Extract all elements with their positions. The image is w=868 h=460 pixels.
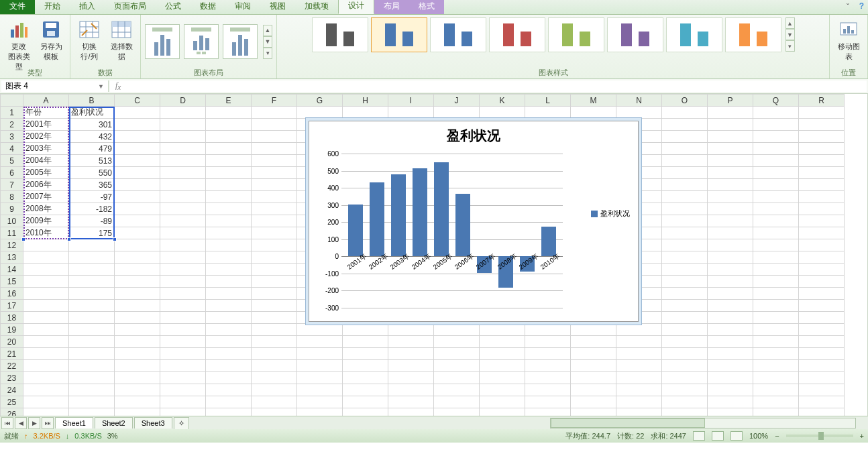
bar-2004年[interactable]	[413, 168, 427, 256]
cell-J23[interactable]	[434, 372, 480, 384]
cell-F15[interactable]	[252, 276, 297, 288]
cell-R13[interactable]	[799, 251, 845, 264]
cell-B20[interactable]	[69, 336, 115, 348]
cell-R14[interactable]	[799, 264, 845, 276]
cell-H24[interactable]	[343, 384, 388, 396]
cell-B17[interactable]	[69, 300, 115, 312]
cell-B15[interactable]	[69, 276, 115, 288]
row-header-10[interactable]: 10	[1, 215, 23, 227]
layout-thumb-3[interactable]	[223, 24, 258, 59]
cell-R16[interactable]	[799, 288, 845, 300]
tab-格式[interactable]: 格式	[409, 0, 444, 14]
row-header-1[interactable]: 1	[1, 107, 23, 119]
cell-A10[interactable]: 2009年	[23, 215, 69, 227]
row-header-17[interactable]: 17	[1, 300, 23, 312]
cell-P1[interactable]	[708, 107, 753, 119]
cell-O8[interactable]	[662, 191, 708, 203]
cell-E12[interactable]	[206, 239, 252, 251]
cell-B18[interactable]	[69, 312, 115, 324]
row-header-11[interactable]: 11	[1, 227, 23, 239]
cell-K20[interactable]	[480, 336, 525, 348]
minimize-ribbon-icon[interactable]: ˇ	[847, 3, 849, 12]
cell-B26[interactable]	[69, 408, 115, 416]
cell-Q13[interactable]	[753, 251, 799, 264]
cell-K21[interactable]	[480, 348, 525, 360]
cell-A15[interactable]	[23, 276, 69, 288]
cell-F22[interactable]	[252, 360, 297, 372]
row-header-19[interactable]: 19	[1, 324, 23, 336]
row-header-13[interactable]: 13	[1, 251, 23, 264]
cell-N26[interactable]	[616, 408, 662, 416]
cell-R10[interactable]	[799, 215, 845, 227]
col-header-R[interactable]: R	[799, 95, 845, 107]
cell-N21[interactable]	[616, 348, 662, 360]
cell-F24[interactable]	[252, 384, 297, 396]
embedded-chart[interactable]: 盈利状况 -300-200-10001002003004005006002001…	[309, 121, 639, 322]
cell-P23[interactable]	[708, 372, 753, 384]
cell-C4[interactable]	[115, 143, 160, 155]
cell-D9[interactable]	[160, 203, 206, 215]
cell-B3[interactable]: 432	[69, 131, 115, 143]
cell-N1[interactable]	[616, 107, 662, 119]
switch-row-col-button[interactable]: 切换行/列	[74, 17, 104, 63]
tab-加载项[interactable]: 加载项	[295, 0, 338, 14]
cell-A7[interactable]: 2006年	[23, 179, 69, 191]
cell-O26[interactable]	[662, 408, 708, 416]
cell-R17[interactable]	[799, 300, 845, 312]
col-header-B[interactable]: B	[69, 95, 115, 107]
bar-2003年[interactable]	[391, 174, 406, 256]
cell-B16[interactable]	[69, 288, 115, 300]
cell-P8[interactable]	[708, 191, 753, 203]
cell-E10[interactable]	[206, 215, 252, 227]
cell-K1[interactable]	[480, 107, 525, 119]
cell-Q19[interactable]	[753, 324, 799, 336]
style-thumb-6[interactable]	[607, 17, 663, 52]
cell-E2[interactable]	[206, 119, 252, 131]
cell-D2[interactable]	[160, 119, 206, 131]
gallery-down-icon[interactable]: ▼	[263, 36, 272, 48]
cell-Q18[interactable]	[753, 312, 799, 324]
cell-C1[interactable]	[115, 107, 160, 119]
cell-R21[interactable]	[799, 348, 845, 360]
cell-K24[interactable]	[480, 384, 525, 396]
tab-公式[interactable]: 公式	[156, 0, 191, 14]
cell-F25[interactable]	[252, 396, 297, 408]
cell-Q24[interactable]	[753, 384, 799, 396]
cell-C7[interactable]	[115, 179, 160, 191]
cell-E14[interactable]	[206, 264, 252, 276]
cell-Q17[interactable]	[753, 300, 799, 312]
row-header-3[interactable]: 3	[1, 131, 23, 143]
cell-E16[interactable]	[206, 288, 252, 300]
col-header-P[interactable]: P	[708, 95, 753, 107]
cell-C22[interactable]	[115, 360, 160, 372]
cell-C14[interactable]	[115, 264, 160, 276]
cell-E1[interactable]	[206, 107, 252, 119]
cell-I1[interactable]	[388, 107, 434, 119]
layout-thumb-2[interactable]	[184, 24, 219, 59]
select-all-cell[interactable]	[1, 95, 23, 107]
cell-O15[interactable]	[662, 276, 708, 288]
cell-H19[interactable]	[343, 324, 388, 336]
cell-G24[interactable]	[297, 384, 343, 396]
cell-B1[interactable]: 盈利状况	[69, 107, 115, 119]
cell-B5[interactable]: 513	[69, 155, 115, 167]
cell-M23[interactable]	[571, 372, 616, 384]
cell-R18[interactable]	[799, 312, 845, 324]
cell-E6[interactable]	[206, 167, 252, 179]
style-gallery-nav[interactable]: ▲▼▾	[785, 17, 795, 52]
cell-A4[interactable]: 2003年	[23, 143, 69, 155]
cell-E18[interactable]	[206, 312, 252, 324]
cell-D23[interactable]	[160, 372, 206, 384]
style-thumb-1[interactable]	[312, 17, 368, 52]
cell-D17[interactable]	[160, 300, 206, 312]
cell-J21[interactable]	[434, 348, 480, 360]
cell-E4[interactable]	[206, 143, 252, 155]
cell-C10[interactable]	[115, 215, 160, 227]
cell-E13[interactable]	[206, 251, 252, 264]
col-header-J[interactable]: J	[434, 95, 480, 107]
cell-D18[interactable]	[160, 312, 206, 324]
cell-F3[interactable]	[252, 131, 297, 143]
cell-Q11[interactable]	[753, 227, 799, 239]
cell-E7[interactable]	[206, 179, 252, 191]
tab-页面布局[interactable]: 页面布局	[105, 0, 156, 14]
